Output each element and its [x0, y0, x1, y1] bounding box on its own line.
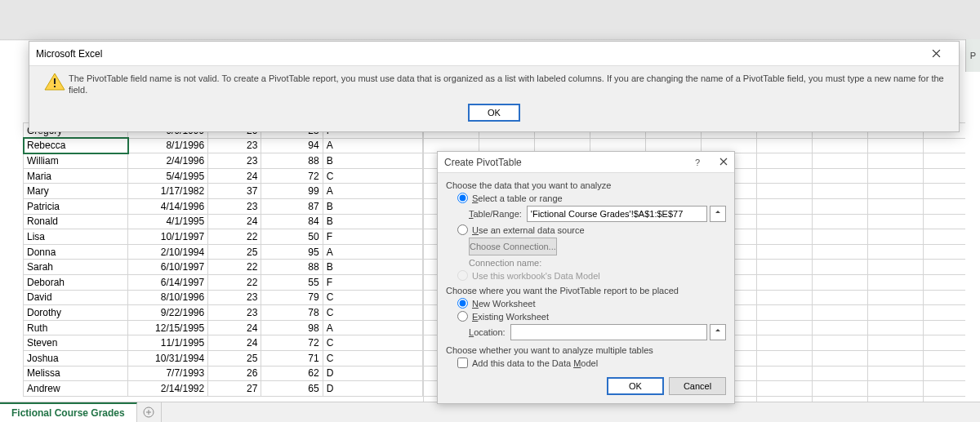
table-row[interactable]: Andrew2/14/19922765D [24, 381, 423, 397]
cell[interactable]: 79 [261, 290, 323, 305]
table-row[interactable]: Dorothy9/22/19962378C [24, 305, 423, 321]
cell[interactable]: B [323, 153, 422, 169]
cell[interactable]: B [323, 260, 422, 275]
cell[interactable]: 78 [261, 305, 323, 321]
cell[interactable]: 10/1/1997 [128, 229, 208, 245]
cell[interactable]: 72 [261, 335, 323, 351]
cell[interactable]: Lisa [24, 229, 128, 245]
cell[interactable]: William [24, 153, 128, 169]
error-ok-button[interactable]: OK [468, 104, 520, 122]
table-range-input[interactable] [527, 206, 707, 222]
cell[interactable]: 6/10/1997 [128, 260, 208, 275]
cell[interactable]: 24 [208, 214, 261, 229]
cell[interactable]: A [323, 244, 422, 260]
cell[interactable]: 25 [208, 244, 261, 260]
cell[interactable]: Maria [24, 168, 128, 184]
cell[interactable]: 95 [261, 244, 323, 260]
table-row[interactable]: Joshua10/31/19942571C [24, 350, 423, 366]
cell[interactable]: David [24, 290, 128, 305]
cell[interactable]: Deborah [24, 274, 128, 290]
cell[interactable]: 23 [208, 290, 261, 305]
cell[interactable]: D [323, 381, 422, 397]
cell[interactable]: Patricia [24, 198, 128, 214]
cell[interactable]: 9/22/1996 [128, 305, 208, 321]
external-data-radio[interactable] [457, 224, 468, 235]
table-row[interactable]: Steven11/1/19952472C [24, 335, 423, 351]
cell[interactable]: C [323, 350, 422, 366]
cell[interactable]: 2/4/1996 [128, 153, 208, 169]
cell[interactable]: 94 [261, 138, 323, 153]
cell[interactable]: A [323, 320, 422, 335]
select-table-range-radio[interactable] [457, 193, 468, 203]
cell[interactable]: 26 [208, 366, 261, 381]
cell[interactable]: F [323, 229, 422, 245]
sheet-tab-active[interactable]: Fictional Course Grades [0, 402, 137, 422]
cell[interactable]: 10/31/1994 [128, 350, 208, 366]
cell[interactable]: 98 [261, 320, 323, 335]
cell[interactable]: B [323, 198, 422, 214]
cell[interactable]: Sarah [24, 260, 128, 275]
cell[interactable]: 84 [261, 214, 323, 229]
dialog-titlebar[interactable]: Create PivotTable ? [438, 152, 734, 173]
cell[interactable]: 8/10/1996 [128, 290, 208, 305]
cell[interactable]: 22 [208, 260, 261, 275]
cell[interactable]: Dorothy [24, 305, 128, 321]
cell[interactable]: Donna [24, 244, 128, 260]
cell[interactable]: 99 [261, 184, 323, 199]
cell[interactable]: 23 [208, 138, 261, 153]
table-row[interactable]: Melissa7/7/19932662D [24, 366, 423, 381]
cell[interactable]: 62 [261, 366, 323, 381]
cell[interactable]: Ruth [24, 320, 128, 335]
cell[interactable]: A [323, 184, 422, 199]
cell[interactable]: 55 [261, 274, 323, 290]
pivot-ok-button[interactable]: OK [607, 377, 664, 395]
cell[interactable]: Rebecca [24, 138, 128, 153]
cell[interactable]: 4/14/1996 [128, 198, 208, 214]
cell[interactable]: 71 [261, 350, 323, 366]
cell[interactable]: 88 [261, 153, 323, 169]
table-row[interactable]: Patricia4/14/19962387B [24, 198, 423, 214]
new-worksheet-radio[interactable] [457, 298, 468, 309]
cell[interactable]: 22 [208, 274, 261, 290]
cell[interactable]: 72 [261, 168, 323, 184]
error-titlebar[interactable]: Microsoft Excel [29, 42, 959, 66]
table-row[interactable]: Sarah6/10/19972288B [24, 260, 423, 275]
cell[interactable]: 7/7/1993 [128, 366, 208, 381]
cell[interactable]: 6/14/1997 [128, 274, 208, 290]
cell[interactable]: Joshua [24, 350, 128, 366]
table-row[interactable]: Deborah6/14/19972255F [24, 274, 423, 290]
table-row[interactable]: Mary1/17/19823799A [24, 184, 423, 199]
ribbon-tab-stub[interactable]: P [965, 39, 980, 72]
existing-worksheet-radio[interactable] [457, 311, 468, 322]
pivot-cancel-button[interactable]: Cancel [669, 377, 726, 395]
cell[interactable]: 11/1/1995 [128, 335, 208, 351]
cell[interactable]: 12/15/1995 [128, 320, 208, 335]
table-row[interactable]: Maria5/4/19952472C [24, 168, 423, 184]
cell[interactable]: 27 [208, 381, 261, 397]
cell[interactable]: 24 [208, 335, 261, 351]
cell[interactable]: C [323, 305, 422, 321]
cell[interactable]: 1/17/1982 [128, 184, 208, 199]
dialog-help-button[interactable]: ? [690, 158, 705, 167]
cell[interactable]: 2/14/1992 [128, 381, 208, 397]
cell[interactable]: 5/4/1995 [128, 168, 208, 184]
cell[interactable]: A [323, 138, 422, 153]
cell[interactable]: 23 [208, 198, 261, 214]
location-picker-button[interactable] [710, 324, 726, 340]
cell[interactable]: 87 [261, 198, 323, 214]
cell[interactable]: 65 [261, 381, 323, 397]
cell[interactable]: 23 [208, 305, 261, 321]
cell[interactable]: C [323, 335, 422, 351]
dialog-close-button[interactable] [705, 158, 728, 167]
error-close-button[interactable] [920, 42, 952, 66]
cell[interactable]: C [323, 290, 422, 305]
table-row[interactable]: Donna2/10/19942595A [24, 244, 423, 260]
cell[interactable]: 8/1/1996 [128, 138, 208, 153]
new-sheet-button[interactable] [137, 402, 162, 422]
table-row[interactable]: Lisa10/1/19972250F [24, 229, 423, 245]
cell[interactable]: 2/10/1994 [128, 244, 208, 260]
table-row[interactable]: Ronald4/1/19952484B [24, 214, 423, 229]
cell[interactable]: Ronald [24, 214, 128, 229]
cell[interactable]: Melissa [24, 366, 128, 381]
cell[interactable]: D [323, 366, 422, 381]
